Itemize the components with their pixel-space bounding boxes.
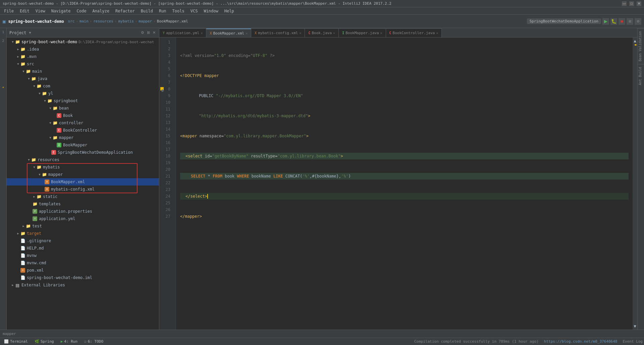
menu-help[interactable]: Help: [222, 8, 237, 14]
tab-close-mybatis[interactable]: ✕: [299, 31, 301, 35]
tree-item-book-java[interactable]: C Book: [7, 112, 159, 119]
breadcrumb-main[interactable]: main: [79, 19, 89, 23]
tree-item-java[interactable]: ▼ 📁 java: [7, 75, 159, 82]
project-panel-icon[interactable]: 1: [1, 29, 6, 35]
breadcrumb-file[interactable]: BookMapper.xml: [157, 19, 188, 23]
tree-item-app-yml[interactable]: Y application.yml: [7, 215, 159, 222]
tab-bookmapper-java[interactable]: I BookMapper.java ✕: [339, 28, 386, 37]
panel-gear-icon[interactable]: ⚙: [140, 30, 145, 35]
menu-edit[interactable]: Edit: [17, 8, 32, 14]
menu-tools[interactable]: Tools: [170, 8, 187, 14]
todo-button[interactable]: ☑ 6: TODO: [82, 339, 106, 344]
code-line-2: <!DOCTYPE mapper: [180, 72, 629, 79]
menu-vcs[interactable]: VCS: [188, 8, 201, 14]
tree-item-bean[interactable]: ▼ 📁 bean: [7, 105, 159, 112]
layout-button[interactable]: ⊞: [627, 18, 633, 25]
tree-item-src[interactable]: ▼ 📁 src: [7, 60, 159, 68]
tree-item-root[interactable]: ▼ 📁 spring-boot-wechat-demo D:\IDEA-Prog…: [7, 38, 159, 46]
scroll-up-button[interactable]: ▲: [633, 38, 637, 44]
toolbar: ▣ spring-boot-wechat-demo src › main › r…: [0, 15, 644, 28]
tree-item-mapper-pkg[interactable]: ▼ 📁 mapper: [7, 134, 159, 141]
favorites-icon[interactable]: ★: [1, 84, 6, 90]
menu-view[interactable]: View: [33, 8, 48, 14]
tab-bookmapper-xml[interactable]: X BookMapper.xml ✕: [206, 28, 251, 37]
tab-bookcontroller[interactable]: C BookController.java ✕: [386, 28, 442, 37]
tab-close-bookmapper[interactable]: ✕: [246, 31, 248, 35]
menu-code[interactable]: Code: [74, 8, 89, 14]
tab-close-bookcontroller[interactable]: ✕: [436, 31, 438, 35]
tree-item-springapp[interactable]: C SpringBootWechatDemoApplication: [7, 149, 159, 156]
menu-file[interactable]: File: [1, 8, 16, 14]
run-red-button[interactable]: ■: [619, 18, 625, 25]
panel-expand-icon[interactable]: ⊞: [146, 30, 151, 35]
tab-close-bookmapper-java[interactable]: ✕: [380, 31, 382, 35]
event-log-button[interactable]: Event Log: [623, 339, 643, 344]
close-button[interactable]: ✕: [637, 1, 641, 6]
scroll-track[interactable]: [633, 44, 637, 323]
tree-label-mvnw: mvnw: [27, 253, 37, 258]
right-panel-ant-build[interactable]: Ant Build: [638, 64, 644, 88]
structure-icon[interactable]: 2: [1, 38, 6, 44]
tree-item-templates[interactable]: 📁 templates: [7, 200, 159, 208]
tree-item-mvnw[interactable]: 📄 mvnw: [7, 252, 159, 259]
run-green-button[interactable]: ▶: [602, 18, 609, 25]
app-yml-icon: Y: [32, 216, 38, 221]
tree-item-gitignore[interactable]: 📄 .gitignore: [7, 237, 159, 245]
minimize-button[interactable]: —: [622, 1, 627, 6]
tree-item-ext-libs[interactable]: ▶ ▤ External Libraries: [7, 281, 159, 289]
run-button[interactable]: ▶ 4: Run: [58, 339, 80, 344]
breadcrumb-src[interactable]: src: [68, 19, 75, 23]
breadcrumb-resources[interactable]: resources: [93, 19, 113, 23]
tree-item-static[interactable]: ▶ 📁 static: [7, 193, 159, 200]
breadcrumb-mybatis[interactable]: mybatis: [118, 19, 133, 23]
tree-item-mybatis[interactable]: ▼ 📁 mybatis: [7, 163, 159, 171]
tree-item-mapper-res[interactable]: ▼ 📁 mapper: [7, 171, 159, 178]
tree-label-test: test: [32, 224, 42, 228]
tree-item-target[interactable]: ▶ 📁 target: [7, 230, 159, 237]
tab-close-book[interactable]: ✕: [333, 31, 335, 35]
right-panel-bean-validation[interactable]: Bean Validation: [638, 28, 644, 64]
menu-run[interactable]: Run: [156, 8, 169, 14]
tab-application-yml[interactable]: Y application.yml ✕: [159, 28, 206, 37]
debug-button[interactable]: 🐛: [610, 18, 617, 25]
tree-item-yl[interactable]: ▼ 📁 yl: [7, 90, 159, 97]
tree-item-test[interactable]: ▶ 📁 test: [7, 222, 159, 230]
tree-item-iml[interactable]: 📄 spring-boot-wechat-demo.iml: [7, 274, 159, 281]
tab-book-java[interactable]: C Book.java ✕: [305, 28, 339, 37]
tree-item-mvn[interactable]: ▶ 📁 .mvn: [7, 53, 159, 60]
url-link[interactable]: https://blog.csdn.net/m0_37640648: [544, 339, 618, 344]
tab-mybatis-config[interactable]: X mybatis-config.xml ✕: [251, 28, 305, 37]
todo-icon: ☑: [84, 339, 87, 344]
editor-scrollbar[interactable]: ▲ ▼: [633, 38, 637, 330]
menu-refactor[interactable]: Refactor: [113, 8, 138, 14]
tree-item-controller[interactable]: ▼ 📁 controller: [7, 119, 159, 127]
tree-item-bookmapper-java[interactable]: I BookMapper: [7, 141, 159, 149]
tree-item-idea[interactable]: ▶ 📁 .idea: [7, 46, 159, 53]
code-editor[interactable]: <?xml version="1.0" encoding="UTF-8" ?> …: [176, 38, 633, 330]
menu-analyze[interactable]: Analyze: [90, 8, 112, 14]
tree-item-resources[interactable]: ▼ 📁 resources: [7, 156, 159, 163]
tree-item-pom[interactable]: X pom.xml: [7, 267, 159, 274]
panel-close-icon[interactable]: ✕: [152, 30, 156, 35]
settings-button[interactable]: ⚙: [635, 18, 641, 25]
maximize-button[interactable]: □: [629, 1, 634, 6]
spring-button[interactable]: 🌿 Spring: [32, 339, 57, 344]
editor-gutter: 1 2 3 4 5 6 7 ● 8 9 10 11 12 13 14: [159, 38, 176, 330]
terminal-button[interactable]: ⬜ Terminal: [1, 339, 31, 344]
menu-navigate[interactable]: Navigate: [49, 8, 73, 14]
tree-item-main[interactable]: ▼ 📁 main: [7, 68, 159, 75]
tree-item-mvnw-cmd[interactable]: 📄 mvnw.cmd: [7, 259, 159, 267]
tree-item-mybatis-config[interactable]: X mybatis-config.xml: [7, 186, 159, 193]
menu-build[interactable]: Build: [138, 8, 156, 14]
breadcrumb-mapper[interactable]: mapper: [139, 19, 152, 23]
tree-item-bookmapper-xml[interactable]: X BookMapper.xml: [7, 178, 159, 186]
menu-window[interactable]: Window: [201, 8, 221, 14]
tree-item-app-props[interactable]: P application.properties: [7, 208, 159, 215]
scroll-down-button[interactable]: ▼: [633, 323, 637, 330]
code-line-9: </mapper>: [180, 213, 629, 220]
tree-item-springboot[interactable]: ▼ 📁 springboot: [7, 97, 159, 105]
tree-item-com[interactable]: ▼ 📁 com: [7, 82, 159, 90]
tab-close-yml[interactable]: ✕: [201, 31, 203, 35]
tree-item-bookcontroller[interactable]: C BookController: [7, 127, 159, 134]
tree-item-help[interactable]: 📄 HELP.md: [7, 245, 159, 252]
